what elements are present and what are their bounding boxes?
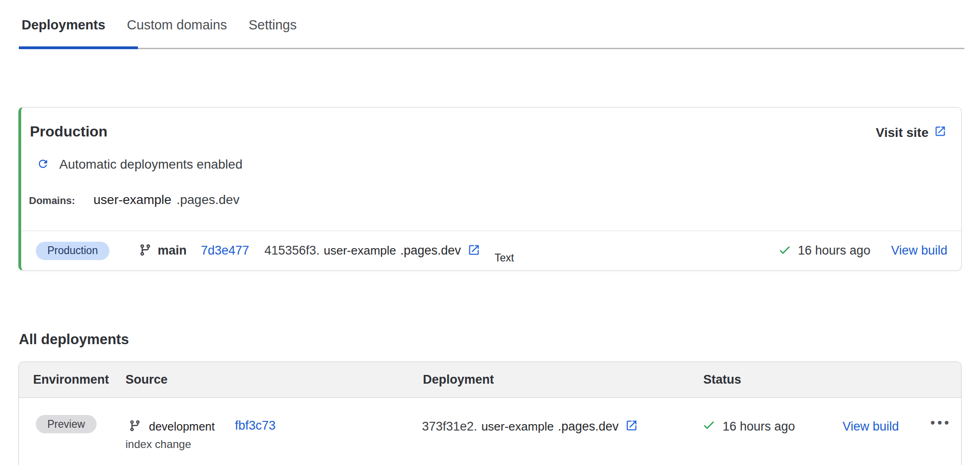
tab-deployments[interactable]: Deployments <box>22 17 105 33</box>
deployment-url-subdomain: user-example <box>481 420 554 434</box>
view-build-link[interactable]: View build <box>843 420 899 434</box>
production-deployment-row: Production main 7d3e477 415356f3. user-e… <box>21 231 961 270</box>
column-header-deployment: Deployment <box>423 373 494 387</box>
external-link-icon[interactable] <box>625 419 638 434</box>
git-branch-icon <box>139 244 152 258</box>
deployments-table: Environment Source Deployment Status Pre… <box>18 362 962 465</box>
visit-site-link[interactable]: Visit site <box>876 125 946 141</box>
deployment-url-suffix: .pages.dev <box>400 244 461 258</box>
status-time: 16 hours ago <box>723 420 795 434</box>
domains-label: Domains: <box>29 195 75 207</box>
tab-bar-divider <box>19 48 964 49</box>
deployment-url: 373f31e2. user-example .pages.dev <box>422 419 638 434</box>
text-annotation: Text <box>495 252 514 264</box>
success-check-icon <box>702 418 716 434</box>
commit-message: index change <box>125 438 191 451</box>
domains-row: Domains: user-example .pages.dev <box>29 193 239 207</box>
deployment-url-prefix: 373f31e2. <box>422 420 477 434</box>
view-build-link[interactable]: View build <box>891 244 947 258</box>
column-header-source: Source <box>125 373 168 387</box>
status-time: 16 hours ago <box>798 244 871 258</box>
production-card-title: Production <box>30 123 108 140</box>
table-row: Preview development fbf3c73 index change… <box>19 398 961 463</box>
refresh-icon <box>37 158 49 172</box>
environment-badge: Preview <box>36 415 97 433</box>
tab-bar: Deployments Custom domains Settings <box>22 17 297 33</box>
all-deployments-title: All deployments <box>19 331 129 348</box>
domain-suffix: .pages.dev <box>177 193 239 207</box>
visit-site-label: Visit site <box>876 125 929 140</box>
commit-link[interactable]: 7d3e477 <box>201 244 249 258</box>
production-card: Production Visit site Automatic deployme… <box>18 107 962 271</box>
environment-badge: Production <box>36 242 109 260</box>
automatic-deployments-text: Automatic deployments enabled <box>59 157 242 172</box>
tab-settings[interactable]: Settings <box>249 17 297 33</box>
table-header: Environment Source Deployment Status <box>19 362 961 398</box>
commit-link[interactable]: fbf3c73 <box>235 419 276 433</box>
deployment-url-subdomain: user-example <box>324 244 396 258</box>
active-tab-indicator <box>19 46 138 49</box>
deployment-url-prefix: 415356f3. <box>264 244 319 258</box>
git-branch-icon <box>129 420 141 434</box>
success-check-icon <box>778 243 792 259</box>
external-link-icon <box>934 125 946 141</box>
deployment-url-suffix: .pages.dev <box>558 420 619 434</box>
tab-custom-domains[interactable]: Custom domains <box>127 17 227 33</box>
row-menu-button[interactable]: ••• <box>928 413 954 433</box>
branch-name: main <box>158 244 187 258</box>
deployment-url: 415356f3. user-example .pages.dev <box>264 244 480 258</box>
branch-name: development <box>149 420 215 433</box>
column-header-environment: Environment <box>33 373 109 387</box>
column-header-status: Status <box>703 373 741 387</box>
automatic-deployments-row: Automatic deployments enabled <box>37 157 242 172</box>
external-link-icon[interactable] <box>467 244 480 258</box>
domain-subdomain: user-example <box>93 193 171 207</box>
